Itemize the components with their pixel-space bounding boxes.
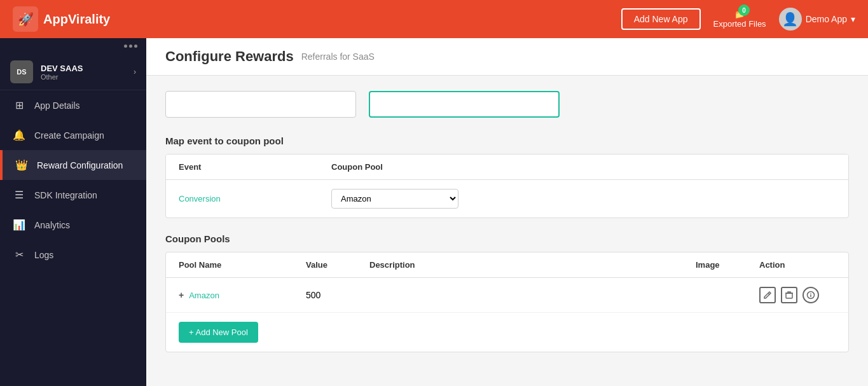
pool-desc-header: Description [369,260,696,270]
coupon-pools-section-title: Coupon Pools [165,233,849,244]
bell-icon: 🔔 [13,129,25,141]
map-event-section-title: Map event to coupon pool [165,135,849,146]
event-column-header: Event [179,162,331,172]
chart-icon: 📊 [13,219,25,231]
chevron-right-icon: › [134,67,136,76]
coupon-pool-column-header: Coupon Pool [331,162,836,172]
sidebar-label-app-details: App Details [34,100,80,111]
grid-icon: ⊞ [13,99,25,111]
sidebar-item-create-campaign[interactable]: 🔔 Create Campaign [0,120,146,150]
input-field-1[interactable] [165,91,356,118]
sidebar-label-sdk-integration: SDK Integration [34,190,97,200]
info-button[interactable] [803,287,819,303]
user-menu[interactable]: 👤 Demo App ▾ [779,8,855,31]
pool-action-cell [759,287,836,303]
sidebar-app-item[interactable]: DS DEV SAAS Other › [0,54,146,90]
edit-button[interactable] [759,287,776,303]
dot1 [124,45,127,48]
avatar: 👤 [779,8,802,31]
app-name: DEV SAAS [41,64,126,73]
pool-table-header: Pool Name Value Description Image Action [166,252,848,278]
event-name: Conversion [179,194,221,203]
header: 🚀 AppVirality Add New App 📁 0 Exported F… [0,0,868,38]
exported-icon-wrap: 📁 0 [734,10,745,19]
add-new-app-button[interactable]: Add New App [621,8,701,30]
input-field-2[interactable] [369,91,560,118]
coupon-pool-cell: Amazon Option 2 [331,189,836,209]
svg-rect-2 [786,293,792,298]
app-icon: DS [10,60,33,83]
logo-text: AppVirality [43,12,110,27]
sidebar-item-sdk-integration[interactable]: ☰ SDK Integration [0,180,146,210]
pool-name-value: Amazon [189,291,219,300]
crown-icon: 👑 [15,159,28,171]
sidebar-item-reward-configuration[interactable]: 👑 Reward Configuration [0,150,146,180]
exported-files-label: Exported Files [713,19,766,29]
user-name: Demo App [806,14,847,24]
svg-text:🚀: 🚀 [18,11,34,27]
coupon-pools-table: Pool Name Value Description Image Action… [165,252,849,352]
edit-icon [763,291,772,300]
page-subtitle: Referrals for SaaS [301,52,375,62]
app-info: DEV SAAS Other [41,64,126,81]
sidebar: DS DEV SAAS Other › ⊞ App Details 🔔 Crea… [0,38,146,386]
dot2 [129,45,132,48]
action-icons [759,287,836,303]
dot3 [134,45,137,48]
coupon-pool-select[interactable]: Amazon Option 2 [331,189,458,209]
page-title: Configure Rewards [165,48,294,65]
sidebar-label-reward-configuration: Reward Configuration [37,160,123,170]
svg-point-5 [810,293,811,294]
content-area: Configure Rewards Referrals for SaaS Map… [146,38,868,386]
map-event-table-row: Conversion Amazon Option 2 [166,180,848,217]
scissors-icon: ✂ [13,249,25,261]
sidebar-item-app-details[interactable]: ⊞ App Details [0,90,146,120]
logo[interactable]: 🚀 AppVirality [13,6,110,32]
pool-expand-icon[interactable]: + [179,290,184,300]
page-header: Configure Rewards Referrals for SaaS [146,38,868,76]
pool-image-header: Image [696,260,759,270]
sidebar-dots [0,38,146,54]
content-body: Map event to coupon pool Event Coupon Po… [146,76,868,383]
info-icon [806,291,815,300]
sidebar-item-analytics[interactable]: 📊 Analytics [0,210,146,240]
pool-row: + Amazon 500 [166,278,848,313]
add-new-pool-button[interactable]: + Add New Pool [179,322,258,343]
logo-icon: 🚀 [13,6,38,32]
sidebar-label-logs: Logs [34,250,53,260]
pool-action-header: Action [759,260,836,270]
list-icon: ☰ [13,189,25,201]
pool-name-header: Pool Name [179,260,306,270]
header-right: Add New App 📁 0 Exported Files 👤 Demo Ap… [621,8,855,31]
trash-icon [785,291,794,300]
app-type: Other [41,73,126,81]
sidebar-label-create-campaign: Create Campaign [34,130,104,141]
exported-files[interactable]: 📁 0 Exported Files [713,10,766,29]
exported-badge: 0 [738,4,750,16]
pool-value: 500 [306,290,320,300]
add-pool-row: + Add New Pool [166,313,848,352]
event-cell: Conversion [179,194,331,203]
input-row [165,91,849,118]
pool-value-header: Value [306,260,369,270]
dropdown-arrow: ▾ [851,14,855,24]
sidebar-item-logs[interactable]: ✂ Logs [0,240,146,270]
main-container: DS DEV SAAS Other › ⊞ App Details 🔔 Crea… [0,38,868,386]
pool-name-cell: + Amazon [179,290,306,300]
pool-value-cell: 500 [306,290,369,300]
map-event-table-header: Event Coupon Pool [166,155,848,180]
sidebar-label-analytics: Analytics [34,220,70,230]
delete-button[interactable] [781,287,797,303]
map-event-table: Event Coupon Pool Conversion Amazon Opti… [165,154,849,218]
sidebar-nav: ⊞ App Details 🔔 Create Campaign 👑 Reward… [0,90,146,270]
